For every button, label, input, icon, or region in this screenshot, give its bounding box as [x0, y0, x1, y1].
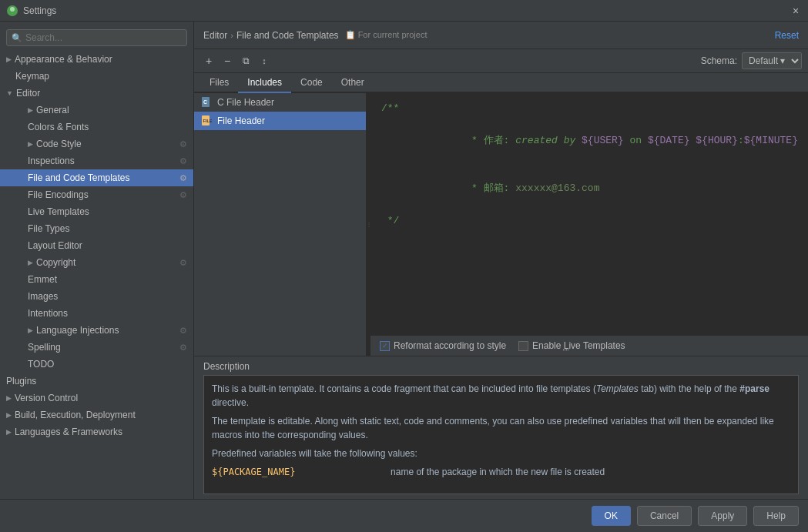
template-label: File Header — [217, 115, 265, 126]
sidebar-item-editor[interactable]: ▼ Editor — [0, 85, 193, 102]
sidebar-item-language-injections[interactable]: ▶ Language Injections ⚙ — [0, 322, 193, 339]
sidebar-item-build-execution[interactable]: ▶ Build, Execution, Deployment — [0, 407, 193, 423]
schema-select[interactable]: Default ▾ Project — [742, 52, 802, 69]
sidebar-item-label: Keymap — [15, 71, 49, 82]
sidebar: 🔍 ▶ Appearance & Behavior Keymap ▼ Edito… — [0, 22, 194, 499]
sidebar-item-label: Build, Execution, Deployment — [15, 410, 136, 420]
code-line-4: */ — [381, 213, 797, 229]
live-templates-checkbox[interactable] — [518, 341, 528, 351]
schema-label: Schema: — [701, 55, 737, 66]
reset-link[interactable]: Reset — [775, 30, 799, 41]
sidebar-item-label: Intentions — [28, 308, 68, 319]
sidebar-item-copyright[interactable]: ▶ Copyright ⚙ — [0, 254, 193, 271]
code-comment-prefix: * 作者: — [465, 135, 515, 146]
tab-other[interactable]: Other — [332, 73, 374, 93]
sidebar-item-layout-editor[interactable]: Layout Editor — [0, 237, 193, 254]
sidebar-item-todo[interactable]: TODO — [0, 356, 193, 373]
apply-button[interactable]: Apply — [698, 506, 747, 526]
tab-includes-label: Includes — [247, 77, 282, 88]
ok-button[interactable]: OK — [592, 506, 631, 526]
sidebar-item-file-code-templates[interactable]: File and Code Templates ⚙ — [0, 169, 193, 186]
sidebar-item-intentions[interactable]: Intentions — [0, 305, 193, 322]
templates-italic: Templates — [596, 383, 639, 394]
copy-icon: ⧉ — [243, 55, 250, 66]
sidebar-item-file-encodings[interactable]: File Encodings ⚙ — [0, 186, 193, 203]
copy-template-button[interactable]: ⧉ — [237, 52, 254, 69]
code-var-user: ${USER} — [582, 135, 624, 146]
title-bar: Settings × — [0, 0, 808, 22]
panel-header: Editor › File and Code Templates 📋 For c… — [194, 22, 808, 49]
reformat-checkbox-item[interactable]: ✓ Reformat according to style — [380, 340, 506, 351]
code-email-prefix: * 邮箱: — [465, 182, 515, 194]
sidebar-item-label: Emmet — [28, 274, 57, 285]
svg-text:FILE: FILE — [203, 119, 213, 123]
description-title: Description — [203, 361, 799, 372]
tab-code[interactable]: Code — [291, 73, 332, 93]
arrow-icon: ▶ — [28, 140, 33, 148]
tab-files[interactable]: Files — [200, 73, 238, 93]
breadcrumb-separator: › — [230, 31, 233, 40]
search-input[interactable] — [25, 32, 182, 43]
arrow-icon: ▶ — [28, 259, 33, 266]
sidebar-item-label: Spelling — [28, 342, 61, 353]
breadcrumb-current: File and Code Templates — [236, 30, 339, 41]
templates-area: C C File Header FILE File Header — [194, 93, 808, 356]
template-item-c-file-header[interactable]: C C File Header — [194, 93, 366, 112]
sidebar-item-version-control[interactable]: ▶ Version Control — [0, 390, 193, 407]
help-button[interactable]: Help — [753, 506, 799, 526]
variable-desc: name of the package in which the new fil… — [391, 465, 790, 479]
code-created-by: created by — [515, 135, 582, 146]
cancel-button[interactable]: Cancel — [637, 506, 692, 526]
tabs-bar: Files Includes Code Other — [194, 73, 808, 93]
sidebar-item-label: Languages & Frameworks — [15, 427, 122, 437]
bottom-buttons: OK Cancel Apply Help — [0, 499, 808, 532]
sidebar-item-label: Editor — [16, 88, 40, 99]
code-editor[interactable]: /** * 作者: created by ${USER} on ${DATE} … — [370, 93, 808, 335]
sidebar-item-label: Plugins — [6, 376, 36, 386]
live-templates-checkbox-item[interactable]: Enable Live Templates — [518, 340, 625, 351]
arrow-icon: ▶ — [28, 106, 33, 114]
description-content[interactable]: This is a built-in template. It contains… — [203, 375, 799, 494]
reformat-text: Reformat according to style — [394, 340, 506, 351]
breadcrumb-editor: Editor — [203, 30, 227, 41]
sidebar-item-spelling[interactable]: Spelling ⚙ — [0, 339, 193, 356]
code-var-date: ${DATE} — [648, 135, 690, 146]
c-header-icon: C — [200, 96, 213, 109]
file-header-icon: FILE — [200, 115, 213, 127]
sidebar-item-label: File and Code Templates — [28, 172, 130, 183]
description-para-2: The template is editable. Along with sta… — [212, 414, 790, 442]
sidebar-item-inspections[interactable]: Inspections ⚙ — [0, 152, 193, 169]
sidebar-item-general[interactable]: ▶ General — [0, 102, 193, 119]
sidebar-item-plugins[interactable]: Plugins — [0, 373, 193, 390]
sidebar-item-file-types[interactable]: File Types — [0, 220, 193, 237]
templates-list: C C File Header FILE File Header — [194, 93, 367, 356]
sidebar-item-colors-fonts[interactable]: Colors & Fonts — [0, 119, 193, 136]
code-var-minute: ${MINUTE} — [744, 135, 798, 146]
move-icon: ↕ — [262, 56, 267, 65]
add-template-button[interactable]: + — [200, 52, 217, 69]
description-para-3: Predefined variables will take the follo… — [212, 447, 790, 460]
project-icon: 📋 — [345, 30, 356, 39]
sidebar-item-appearance[interactable]: ▶ Appearance & Behavior — [0, 51, 193, 68]
sidebar-item-emmet[interactable]: Emmet — [0, 271, 193, 288]
live-underline: L — [564, 340, 569, 351]
arrow-icon: ▼ — [6, 89, 13, 97]
sidebar-item-label: TODO — [28, 359, 54, 370]
code-line-1: /** — [381, 101, 797, 117]
sidebar-item-images[interactable]: Images — [0, 288, 193, 305]
template-item-file-header[interactable]: FILE File Header — [194, 112, 366, 130]
move-template-button[interactable]: ↕ — [256, 52, 273, 69]
tab-includes[interactable]: Includes — [238, 73, 291, 93]
sidebar-item-label: Inspections — [28, 156, 75, 166]
search-box[interactable]: 🔍 — [6, 29, 187, 46]
remove-template-button[interactable]: − — [219, 52, 236, 69]
sidebar-item-languages-frameworks[interactable]: ▶ Languages & Frameworks — [0, 423, 193, 440]
close-button[interactable]: × — [790, 5, 802, 17]
reformat-checkbox[interactable]: ✓ — [380, 341, 390, 351]
sidebar-item-live-templates[interactable]: Live Templates — [0, 203, 193, 220]
svg-text:C: C — [203, 99, 207, 105]
sidebar-item-keymap[interactable]: Keymap — [0, 68, 193, 85]
gear-icon: ⚙ — [179, 139, 187, 149]
sidebar-item-code-style[interactable]: ▶ Code Style ⚙ — [0, 136, 193, 152]
arrow-icon: ▶ — [6, 394, 12, 402]
